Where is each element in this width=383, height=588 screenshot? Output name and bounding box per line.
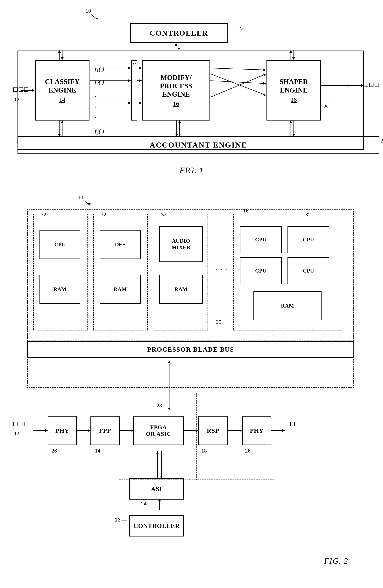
ref-26-left: 26 [51,448,57,454]
ref-12-fig1: 12 [14,96,20,103]
svg-marker-57 [87,203,91,205]
packet-sq [13,87,18,92]
packet-sq [13,422,18,426]
controller-box-fig2: CONTROLLER [129,515,184,537]
f3-label: f3( ) [95,128,104,136]
ram-box-1: RAM [40,275,80,304]
output-packets-fig1 [364,83,379,87]
ref-24-fig2: — 24 [134,501,146,507]
ref-22-fig2: 22 — [115,517,127,523]
controller-label-fig1: CONTROLLER [150,29,208,37]
blade-audio-ram: AUDIO MIXER RAM [154,214,208,331]
shaper-title: SHAPERENGINE [279,78,308,94]
fig2-caption: FIG. 2 [324,556,348,566]
packet-sq [24,422,28,426]
cpu-box-d: CPU [288,257,329,284]
packet-sq [364,83,368,87]
svg-marker-72 [282,429,285,432]
packet-sq [285,422,289,426]
classify-title: CLASSIFYENGINE [45,78,80,94]
shaper-engine-box: SHAPERENGINE 18 [267,60,321,121]
ram-box-3: RAM [159,275,203,304]
packet-sq [291,422,295,426]
accountant-engine-box: ACCOUNTANT ENGINE [18,136,379,154]
svg-marker-62 [45,429,48,432]
ref-10-fig1: 10 [86,8,91,14]
dots-label: ··· [95,91,104,123]
blade-des-ram: DES RAM [93,214,148,331]
blade-multi-cpu: CPU CPU CPU CPU RAM [233,214,342,331]
output-packets-fig2 [285,422,300,426]
dots-fig2: · · · [216,265,228,273]
ref-32-2: 32 [101,211,106,218]
ref-28: 28 [157,402,162,409]
cpu-box-c: CPU [240,257,282,284]
svg-line-0 [91,15,97,20]
packet-sq [369,83,373,87]
svg-marker-1 [95,18,99,20]
packet-sq [296,422,300,426]
asi-box: ASI [129,478,184,500]
input-packets-fig2 [13,422,28,426]
controller-box-fig1: CONTROLLER [130,23,227,43]
cpu-box-b: CPU [288,226,329,253]
proc-blade-bus: PROCESSOR BLADE BUS [27,341,354,358]
phy-left-box: PHY [48,416,77,445]
accountant-label: ACCOUNTANT ENGINE [150,140,247,149]
fpp-box: FPP [90,416,120,445]
modify-ref: 16 [173,100,179,107]
modify-process-box: MODIFY/PROCESSENGINE 16 [142,60,210,121]
classify-ref: 14 [59,96,65,103]
ref-32-4: 32 [305,211,311,218]
ref-32-3: 32 [161,211,166,218]
packet-sq [24,87,28,92]
ram-box-4: RAM [253,291,321,320]
blade-cpu-ram: CPU RAM [33,214,88,331]
phy-right-box: PHY [242,416,271,445]
ref-22-fig1: — 22 [231,25,244,31]
f2-label: f2( ) [95,79,104,86]
ref-32-1: 32 [41,211,46,218]
des-box: DES [100,230,141,259]
x-label: X [324,103,328,109]
ref-20-fig1: 20 [381,138,383,144]
svg-line-56 [84,200,90,205]
fig2-area: 10 CPU RAM 32 DES RAM 32 [10,194,373,573]
packet-sq [375,83,379,87]
ref-24-fig1: 24 [132,61,137,67]
audio-mixer-box: AUDIO MIXER [159,226,203,262]
ref-14-fig2: 14 [95,448,100,454]
f1-label: f1( ) [95,66,104,73]
fig1-caption: FIG. 1 [180,166,204,175]
svg-marker-5 [175,43,177,46]
filter-bar [131,60,137,121]
ref-10-fig2: 10 [78,194,83,201]
svg-marker-3 [178,48,180,50]
fpga-box: FPGA OR ASIC [133,416,184,445]
ref-16-fig2: 16 [243,208,248,214]
shaper-ref: 18 [291,96,297,103]
svg-marker-64 [88,429,90,432]
ref-26-right: 26 [245,448,250,454]
cpu-box-1: CPU [40,230,80,259]
cpu-box-a: CPU [240,226,282,253]
modify-title: MODIFY/PROCESSENGINE [160,73,192,99]
fig1-area: 10 CONTROLLER — 22 12 CLASSIFYENGINE 14 … [10,8,373,177]
ram-box-2: RAM [100,275,141,304]
packet-sq [19,422,23,426]
classify-engine-box: CLASSIFYENGINE 14 [35,60,90,121]
ref-30: 30 [216,319,221,325]
input-packets-fig1 [13,87,28,92]
ref-12-fig2: 12 [14,431,20,437]
packet-sq [19,87,23,92]
